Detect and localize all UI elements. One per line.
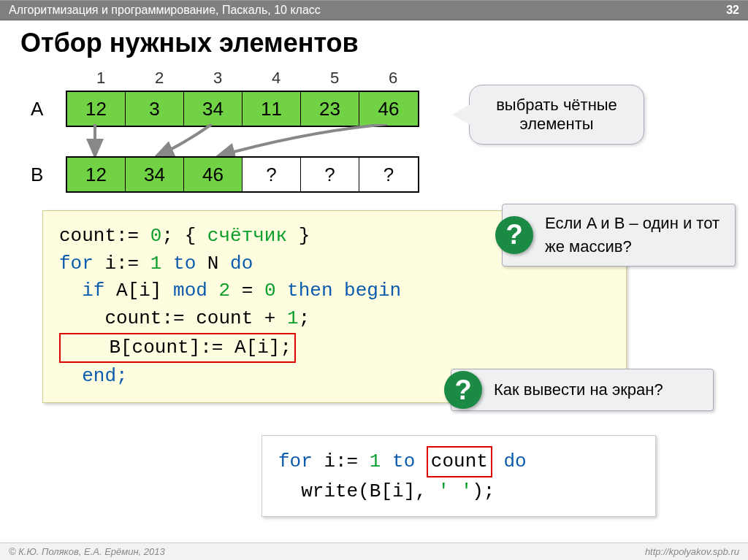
code-line: if A[i] mod 2 = 0 then begin [59, 277, 610, 305]
footer-url: http://kpolyakov.spb.ru [645, 546, 739, 557]
array-B-label: B [31, 164, 43, 186]
page-title: Отбор нужных элементов [20, 28, 728, 58]
copyright: © К.Ю. Поляков, Е.А. Ерёмин, 2013 [9, 546, 165, 557]
footer: © К.Ю. Поляков, Е.А. Ерёмин, 2013 http:/… [0, 542, 748, 560]
code-line: for i:= 1 to count do [278, 446, 639, 477]
question-icon: ? [444, 371, 482, 409]
code-line: write(B[i], ' '); [278, 477, 639, 506]
page-number: 32 [726, 4, 739, 17]
breadcrumb: Алгоритмизация и программирование, Паска… [9, 4, 321, 17]
question-icon: ? [495, 216, 533, 254]
code-block-output: for i:= 1 to count do write(B[i], ' '); [262, 435, 656, 517]
highlighted-count: count [427, 446, 492, 477]
cell: 11 [243, 92, 301, 126]
array-B: 12 34 46 ? ? ? [66, 156, 419, 193]
cell: 46 [359, 92, 418, 126]
cell: 12 [67, 92, 126, 126]
cell: 3 [126, 92, 184, 126]
cell: ? [301, 158, 359, 191]
arrows-svg [66, 124, 446, 161]
code-block-main: count:= 0; { счётчик } for i:= 1 to N do… [42, 210, 627, 403]
cell: 34 [126, 158, 184, 191]
question-same-array: ? Если A и B – один и тот же массив? [502, 204, 736, 266]
index-row: 1 2 3 4 5 6 [72, 69, 422, 88]
cell: 46 [184, 158, 243, 191]
cell: 34 [184, 92, 243, 126]
question-output: ? Как вывести на экран? [451, 369, 714, 411]
array-A: 12 3 34 11 23 46 [66, 91, 419, 127]
cell: 12 [67, 158, 126, 191]
callout-select-even: выбрать чётные элементы [469, 85, 644, 145]
cell: ? [243, 158, 301, 191]
cell: ? [359, 158, 418, 191]
code-line: count:= count + 1; [59, 305, 610, 333]
cell: 23 [301, 92, 359, 126]
header-bar: Алгоритмизация и программирование, Паска… [0, 0, 748, 20]
code-line: B[count]:= A[i]; [59, 333, 610, 364]
arrays-diagram: 1 2 3 4 5 6 A 12 3 34 11 23 46 B 12 34 [31, 69, 728, 207]
highlighted-code: B[count]:= A[i]; [59, 333, 296, 364]
array-A-label: A [31, 98, 43, 120]
